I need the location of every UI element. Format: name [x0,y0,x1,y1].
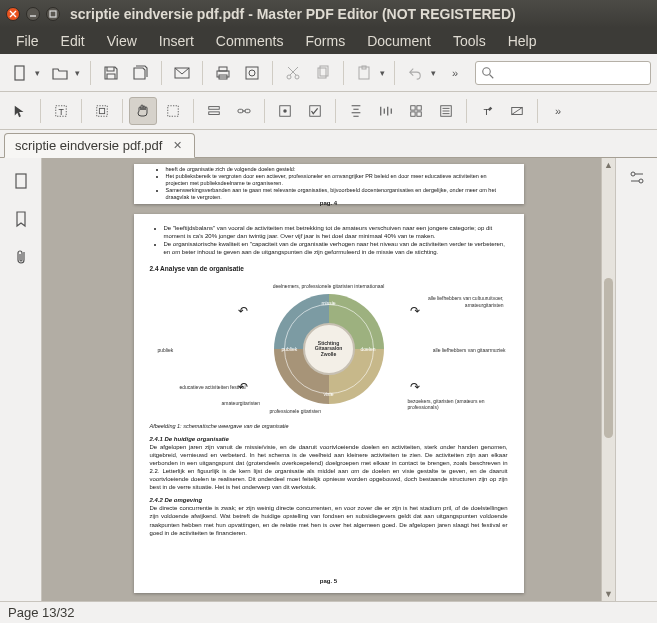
svg-text:T: T [58,106,64,116]
toolbar-overflow-1[interactable]: » [441,59,469,87]
svg-rect-34 [16,174,26,188]
print-button[interactable] [209,59,237,87]
window-titlebar: scriptie eindversie pdf.pdf - Master PDF… [0,0,657,28]
svg-rect-19 [168,105,179,116]
grid-tool[interactable] [402,97,430,125]
cut-button[interactable] [279,59,307,87]
tab-label: scriptie eindversie pdf.pdf [15,138,162,153]
new-dropdown[interactable]: ▾ [32,68,44,78]
copy-button[interactable] [309,59,337,87]
save-button[interactable] [97,59,125,87]
paste-button[interactable] [350,59,378,87]
open-button[interactable] [46,59,74,87]
vert-align-tool[interactable] [342,97,370,125]
svg-point-14 [483,67,491,75]
svg-rect-20 [209,106,220,109]
hand-tool[interactable] [129,97,157,125]
save-all-button[interactable] [127,59,155,87]
horiz-align-tool[interactable] [372,97,400,125]
undo-button[interactable] [401,59,429,87]
page-indicator: Page 13/32 [8,605,75,620]
window-controls [6,7,60,21]
svg-rect-30 [417,111,421,115]
svg-text:T: T [484,105,490,116]
menu-file[interactable]: File [6,30,49,52]
print-preview-button[interactable] [238,59,266,87]
list-tool[interactable] [432,97,460,125]
window-minimize-button[interactable] [26,7,40,21]
svg-rect-0 [50,11,56,17]
thumbnails-panel-button[interactable] [5,164,37,198]
menu-tools[interactable]: Tools [443,30,496,52]
select-text-tool[interactable] [159,97,187,125]
menu-insert[interactable]: Insert [149,30,204,52]
svg-rect-1 [15,66,24,80]
search-icon [482,67,494,79]
window-close-button[interactable] [6,7,20,21]
menu-help[interactable]: Help [498,30,547,52]
svg-rect-29 [411,111,415,115]
document-tabs: scriptie eindversie pdf.pdf ✕ [0,130,657,158]
link-tool[interactable] [230,97,258,125]
scroll-up-button[interactable]: ▲ [602,158,615,172]
attachments-panel-button[interactable] [5,240,37,274]
search-box[interactable] [475,61,651,85]
scroll-down-button[interactable]: ▼ [602,587,615,601]
edit-text-tool[interactable]: T [47,97,75,125]
toolbar-overflow-2[interactable]: » [544,97,572,125]
menu-edit[interactable]: Edit [51,30,95,52]
svg-point-36 [639,179,643,183]
vertical-scrollbar[interactable]: ▲ ▼ [601,158,615,601]
svg-point-8 [287,75,291,79]
edit-document-tool[interactable] [88,97,116,125]
svg-point-7 [249,70,255,76]
svg-point-9 [295,75,299,79]
bookmarks-panel-button[interactable] [5,202,37,236]
menu-comments[interactable]: Comments [206,30,294,52]
menu-document[interactable]: Document [357,30,441,52]
new-button[interactable] [6,59,34,87]
email-button[interactable] [168,59,196,87]
svg-rect-28 [417,105,421,109]
tab-document[interactable]: scriptie eindversie pdf.pdf ✕ [4,133,195,158]
page-fragment-prev: heeft de organisatie zich de volgende do… [134,164,524,204]
page-canvas[interactable]: heeft de organisatie zich de volgende do… [42,158,615,601]
window-title: scriptie eindversie pdf.pdf - Master PDF… [70,6,516,22]
statusbar: Page 13/32 [0,601,657,623]
window-maximize-button[interactable] [46,7,60,21]
radiobutton-tool[interactable] [301,97,329,125]
svg-rect-27 [411,105,415,109]
object-inspector-button[interactable] [623,164,651,192]
menu-forms[interactable]: Forms [295,30,355,52]
open-dropdown[interactable]: ▾ [72,68,84,78]
search-input[interactable] [494,66,644,80]
side-panel-left [0,158,42,601]
select-tool[interactable] [6,97,34,125]
menu-view[interactable]: View [97,30,147,52]
menubar: File Edit View Insert Comments Forms Doc… [0,28,657,54]
strike-tool[interactable] [503,97,531,125]
highlight-tool[interactable]: T [473,97,501,125]
edit-forms-tool[interactable] [200,97,228,125]
svg-rect-4 [219,67,227,71]
workarea: heeft de organisatie zich de volgende do… [0,158,657,601]
tab-close-button[interactable]: ✕ [170,139,184,153]
page-current: De "leeftijdsbalans" van vooral de activ… [134,214,524,593]
checkbox-tool[interactable] [271,97,299,125]
svg-point-35 [631,172,635,176]
diagram-wheel: deelnemers, professionele gitaristen int… [150,279,508,419]
svg-rect-17 [97,105,108,116]
svg-rect-18 [99,108,104,113]
side-panel-right [615,158,657,601]
toolbar-2: T T » [0,92,657,130]
svg-rect-21 [209,111,220,114]
toolbar-1: ▾ ▾ ▾ ▾ » [0,54,657,92]
svg-point-25 [283,109,287,113]
scroll-thumb[interactable] [604,278,613,438]
svg-rect-6 [246,67,258,79]
